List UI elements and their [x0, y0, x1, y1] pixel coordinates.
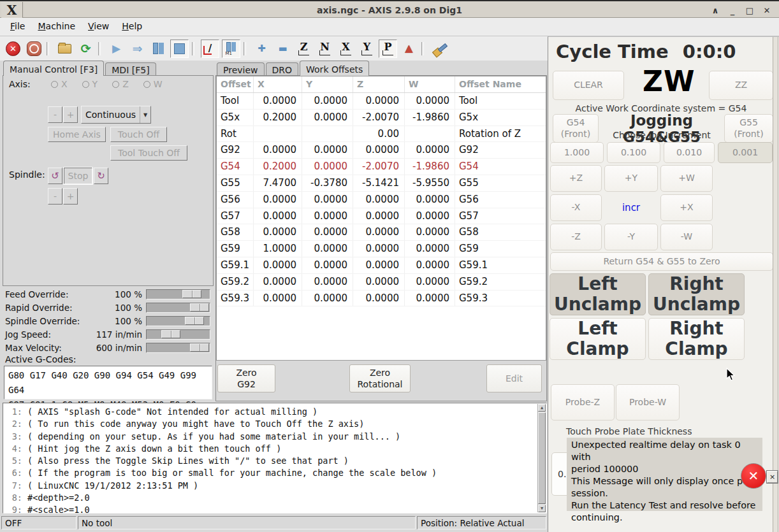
jog-increment-button[interactable]: 0.010	[664, 142, 715, 163]
menu-item[interactable]: File	[4, 18, 31, 34]
scrollbar-thumb[interactable]	[538, 412, 546, 504]
jog-button[interactable]: -Y	[604, 224, 658, 250]
column-header[interactable]: Offset	[217, 76, 254, 92]
error-close-button[interactable]: ×	[767, 471, 778, 483]
estop-icon[interactable]: ✕	[4, 40, 22, 58]
step-icon[interactable]: ⇒	[128, 40, 147, 58]
jog-plus-button[interactable]: +	[63, 106, 78, 123]
close-button[interactable]: ✕	[761, 4, 773, 16]
zoom-out-icon[interactable]: ▬	[273, 40, 292, 58]
offsets-table[interactable]: OffsetXYZWOffset Name Tool 0.0000 0.0000…	[216, 76, 546, 361]
column-header[interactable]: Z	[353, 76, 405, 92]
error-dismiss-icon[interactable]: ✕	[741, 463, 766, 489]
pause-icon[interactable]	[149, 40, 168, 58]
G5x[interactable]: G5x 0.2000 0.0000 -2.0070 -1.9860 G5x	[217, 110, 546, 126]
jog-minus-button[interactable]: -	[48, 106, 62, 123]
stop-icon[interactable]	[170, 40, 189, 58]
return-g54-g55-zero-button[interactable]: Return G54 & G55 to Zero	[550, 252, 773, 271]
gcode-listing[interactable]: 1: ( AXIS "splash G-code" Not intended f…	[3, 403, 547, 514]
g54-front-button[interactable]: G54 (Front)	[553, 114, 599, 143]
rotate-view-icon[interactable]: ▲	[400, 40, 418, 58]
tab[interactable]: Preview	[217, 62, 265, 76]
G59[interactable]: G59 1.0000 0.0000 0.0000 0.0000 G59	[217, 241, 546, 257]
G55[interactable]: G55 7.4700 -0.3780 -5.1421 -5.9550 G55	[217, 175, 546, 192]
tool-touch-off-button[interactable]: Tool Touch Off	[110, 145, 187, 161]
probe-button[interactable]: Probe-W	[616, 384, 680, 421]
spindle-minus-button[interactable]: -	[48, 188, 62, 205]
zero-g92-button[interactable]: Zero G92	[217, 364, 275, 392]
column-header[interactable]: X	[254, 76, 302, 92]
axis-radio[interactable]: Y	[82, 79, 98, 89]
toggle-skip-lines-icon[interactable]: /	[201, 40, 219, 58]
machine-power-icon[interactable]	[25, 40, 43, 58]
shade-button[interactable]: ∧	[710, 4, 721, 16]
g55-front-button[interactable]: G55 (Front)	[724, 114, 773, 143]
G92[interactable]: G92 0.0000 0.0000 0.0000 0.0000 G92	[217, 142, 546, 159]
override-slider[interactable]	[146, 329, 210, 340]
jog-button[interactable]: -Z	[550, 224, 602, 250]
spindle-cw-button[interactable]: ↻	[94, 168, 108, 184]
gcode-scrollbar[interactable]: ▲ ▼	[537, 404, 546, 512]
title-bar[interactable]: X axis.ngc - AXIS 2.9.8 on Dig1 ∧_□✕	[0, 0, 779, 18]
right-panel-scrollbar[interactable]	[773, 37, 778, 532]
jog-button[interactable]: +Y	[604, 165, 658, 192]
slider-thumb[interactable]	[161, 330, 180, 338]
override-slider[interactable]	[146, 343, 210, 353]
minimize-button[interactable]: _	[727, 4, 738, 16]
G59.3[interactable]: G59.3 0.0000 0.0000 0.0000 0.0000 G59.3	[217, 291, 546, 307]
jog-button[interactable]: +W	[660, 165, 713, 192]
run-program-icon[interactable]: ▶	[107, 40, 126, 58]
slider-thumb[interactable]	[185, 317, 204, 325]
tab[interactable]: MDI [F5]	[105, 62, 156, 76]
slider-thumb[interactable]	[190, 303, 209, 312]
G54[interactable]: G54 0.2000 0.0000 -2.0070 -1.9860 G54	[217, 159, 546, 175]
Rotation of Z[interactable]: Rot 0.00 Rotation of Z	[217, 126, 546, 143]
view-x-icon[interactable]: X	[337, 40, 355, 58]
G59.2[interactable]: G59.2 0.0000 0.0000 0.0000 0.0000 G59.2	[217, 274, 546, 291]
clamp-button[interactable]: Left Clamp	[550, 318, 646, 360]
spindle-ccw-button[interactable]: ↺	[48, 168, 62, 184]
scroll-down-icon[interactable]: ▼	[538, 505, 546, 512]
G58[interactable]: G58 0.0000 0.0000 0.0000 0.0000 G58	[217, 224, 546, 241]
open-file-icon[interactable]	[55, 40, 74, 58]
scroll-up-icon[interactable]: ▲	[538, 404, 546, 412]
clear-cycle-time-button[interactable]: CLEAR	[553, 71, 624, 100]
jog-button[interactable]: +X	[660, 194, 713, 221]
override-slider[interactable]	[146, 303, 210, 313]
override-slider[interactable]	[146, 289, 210, 299]
jog-mode-dropdown[interactable]: Continuous ▼	[81, 106, 151, 124]
jog-button[interactable]: -W	[660, 224, 713, 250]
menu-item[interactable]: Help	[115, 18, 149, 34]
maximize-button[interactable]: □	[744, 4, 755, 16]
column-header[interactable]: Offset Name	[455, 76, 546, 92]
jog-button[interactable]: -X	[550, 194, 602, 221]
jog-increment-button[interactable]: 0.001	[718, 142, 773, 163]
column-header[interactable]: Y	[302, 76, 353, 92]
tab[interactable]: DRO	[266, 62, 299, 76]
jog-increment-button[interactable]: 0.100	[607, 142, 660, 163]
jog-button[interactable]: incr	[604, 194, 658, 221]
touch-off-button[interactable]: Touch Off	[110, 127, 167, 142]
clamp-button[interactable]: Right Unclamp	[648, 273, 745, 315]
axis-radio[interactable]: Z	[112, 79, 129, 89]
G56[interactable]: G56 0.0000 0.0000 0.0000 0.0000 G56	[217, 192, 546, 208]
Tool[interactable]: Tool 0.0000 0.0000 0.0000 0.0000 Tool	[217, 93, 546, 110]
view-z2-icon[interactable]: N	[316, 40, 334, 58]
jog-increment-button[interactable]: 1.000	[550, 142, 604, 163]
clamp-button[interactable]: Right Clamp	[648, 318, 745, 360]
view-y-icon[interactable]: Y	[358, 40, 376, 58]
menu-item[interactable]: Machine	[31, 18, 82, 34]
zero-rotational-button[interactable]: Zero Rotational	[349, 364, 411, 392]
tab[interactable]: Work Offsets	[300, 61, 369, 76]
view-perspective-icon[interactable]: P	[379, 40, 397, 58]
spindle-plus-button[interactable]: +	[63, 188, 78, 205]
zoom-in-icon[interactable]: ✚	[252, 40, 271, 58]
zz-button[interactable]: ZZ	[709, 71, 773, 100]
view-z-icon[interactable]: Z	[295, 40, 313, 58]
column-header[interactable]: W	[405, 76, 455, 92]
optional-stop-icon[interactable]	[222, 40, 240, 58]
override-slider[interactable]	[146, 316, 210, 326]
menu-item[interactable]: View	[82, 18, 115, 34]
G59.1[interactable]: G59.1 0.0000 0.0000 0.0000 0.0000 G59.1	[217, 257, 546, 274]
axis-radio[interactable]: W	[143, 79, 163, 89]
